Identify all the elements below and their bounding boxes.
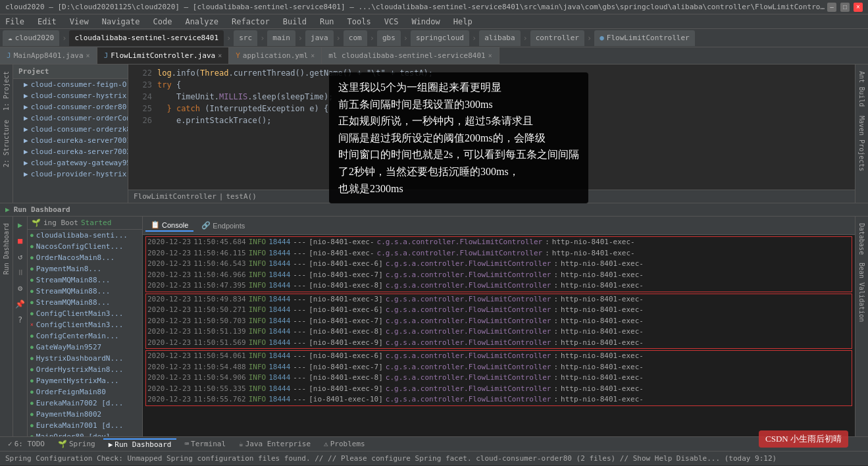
question-button[interactable]: ?: [14, 314, 26, 326]
run-service-item[interactable]: × ConfigClientMain3...: [28, 319, 142, 330]
toolbar-tab-src[interactable]: src: [234, 30, 257, 46]
menu-code[interactable]: Code: [151, 17, 175, 26]
bottom-tab-problems[interactable]: ⚠ Problems: [319, 439, 370, 449]
run-service-item[interactable]: ● MainOrder80 [dev]: [28, 431, 142, 436]
sidebar-item-eureka7002[interactable]: ▶ cloud-eureka-server7002: [13, 146, 128, 157]
toolbar-tab-alibaba[interactable]: alibaba: [479, 30, 520, 46]
close-icon[interactable]: ×: [488, 52, 492, 59]
run-service-item[interactable]: ● OrderFeignMain80: [28, 386, 142, 398]
sidebar-item-label: cloud-consumer-orderzk80: [31, 125, 128, 134]
editor-tab-application[interactable]: Y application.yml ×: [229, 47, 322, 65]
menu-analyze[interactable]: Analyze: [182, 17, 221, 26]
run-service-item[interactable]: ● NacosConfigClient...: [28, 241, 142, 252]
sidebar-item-orderconsul[interactable]: ▶ cloud-consumer-orderConsul80: [13, 113, 128, 124]
menu-build[interactable]: Build: [280, 17, 309, 26]
log-level: INFO: [249, 384, 267, 395]
sidebar-item-payment8001[interactable]: ▶ cloud-provider-hystrix-payment8001: [13, 168, 128, 180]
run-service-item[interactable]: ● GateWayMain9527: [28, 342, 142, 353]
run-service-item[interactable]: ● EurekaMain7002 [d...: [28, 398, 142, 409]
maximize-button[interactable]: □: [840, 3, 850, 12]
vtab-ant-build[interactable]: Ant Build: [857, 67, 867, 111]
pin-button[interactable]: 📌: [14, 298, 26, 310]
toolbar-tab-controller[interactable]: controller: [530, 30, 584, 46]
vtab-run-dashboard[interactable]: Run Dashboard: [1, 219, 11, 278]
toolbar-tab-flowlimitcontroller[interactable]: ● FlowLimitController: [594, 30, 694, 46]
log-row: 2020-12-23 11:50:47.395 INFO 18444 --- […: [145, 280, 852, 292]
bottom-tab-java-enterprise[interactable]: ☕ Java Enterprise: [234, 439, 316, 449]
editor-tab-mainapp[interactable]: J MainApp8401.java ×: [0, 47, 97, 65]
menu-vcs[interactable]: VCS: [382, 17, 401, 26]
bottom-tab-run-dashboard[interactable]: ▶ Run Dashboard: [103, 438, 177, 450]
menu-window[interactable]: Window: [409, 17, 442, 26]
console-tab[interactable]: 📋 Console: [145, 219, 193, 232]
log-thread: [nio-8401-exec-8]: [309, 326, 383, 338]
settings-button[interactable]: ⚙: [14, 282, 26, 294]
service-name: EurekaMain7002 [d...: [36, 399, 123, 407]
vtab-project[interactable]: 1: Project: [1, 67, 11, 115]
bottom-tab-spring[interactable]: 🌱 Spring: [53, 439, 101, 449]
annotation-line-7: 也就是2300ms: [338, 180, 579, 197]
sidebar-item-orderzk[interactable]: ▶ cloud-consumer-orderzk80: [13, 124, 128, 135]
menu-help[interactable]: Help: [451, 17, 475, 26]
menu-navigate[interactable]: Navigate: [99, 17, 143, 26]
sidebar-item-feign[interactable]: ▶ cloud-consumer-feign-Order80: [13, 79, 128, 90]
menu-tools[interactable]: Tools: [345, 17, 374, 26]
run-service-item[interactable]: ● ConfigCenterMain...: [28, 330, 142, 342]
log-msg: http-nio-8401-exec-: [561, 280, 644, 292]
run-service-item[interactable]: ● StreamMQMain88...: [28, 274, 142, 286]
toolbar-tab-service8401[interactable]: cloudalibaba-sentinel-service8401: [69, 30, 224, 46]
vtab-structure[interactable]: 2: Structure: [1, 116, 11, 171]
run-service-item[interactable]: ● EurekaMain7001 [d...: [28, 420, 142, 431]
run-button[interactable]: ▶: [14, 219, 26, 231]
sidebar-item-eureka7001[interactable]: ▶ cloud-eureka-server7001: [13, 135, 128, 146]
editor-tab-flowlimit[interactable]: J FlowLimitController.java ×: [97, 47, 230, 65]
sidebar-item-order80[interactable]: ▶ cloud-consumer-order80: [13, 101, 128, 113]
log-colon: :: [553, 351, 558, 362]
log-colon: :: [545, 237, 549, 248]
pause-button[interactable]: ⏸: [14, 267, 26, 278]
rerun-button[interactable]: ↺: [14, 251, 26, 263]
bottom-tab-terminal[interactable]: ⌨ Terminal: [179, 439, 231, 449]
vtab-maven[interactable]: Maven Projects: [857, 112, 867, 175]
run-service-item[interactable]: ● OrderNacosMain8...: [28, 252, 142, 263]
run-service-item[interactable]: ● PaymentMain8...: [28, 263, 142, 274]
endpoints-tab[interactable]: 🔗 Endpoints: [196, 220, 250, 231]
toolbar-tab-gbs[interactable]: gbs: [377, 30, 401, 46]
log-msg: http-nio-8401-exec-: [552, 237, 635, 248]
run-service-item[interactable]: ● StreamMQMain88...: [28, 297, 142, 308]
minimize-button[interactable]: –: [827, 3, 836, 12]
toolbar-tab-main[interactable]: main: [267, 30, 295, 46]
run-service-item[interactable]: ● ConfigClientMain3...: [28, 308, 142, 319]
close-icon[interactable]: ×: [311, 52, 315, 59]
run-service-item[interactable]: ● StreamMQMain88...: [28, 286, 142, 297]
bottom-tab-todo[interactable]: ✓ 6: TODO: [3, 439, 50, 449]
toolbar-tab-java[interactable]: java: [305, 30, 334, 46]
editor-tab-ml[interactable]: ml cloudalibaba-sentinel-service8401 ×: [322, 47, 499, 65]
toolbar-tab-cloud2020[interactable]: ☁ cloud2020: [3, 30, 59, 46]
close-icon[interactable]: ×: [86, 52, 90, 59]
run-service-item[interactable]: ● PaymentHystrixMa...: [28, 375, 142, 386]
menu-file[interactable]: File: [3, 17, 27, 26]
vtab-database[interactable]: Database: [857, 219, 867, 259]
menu-refactor[interactable]: Refactor: [229, 17, 272, 26]
log-thread: [nio-8401-exec-9]: [309, 384, 383, 395]
run-service-item[interactable]: ● PaymentMain8002: [28, 409, 142, 420]
toolbar-tab-springcloud[interactable]: springcloud: [411, 30, 469, 46]
run-service-item[interactable]: ● OrderHystrixMain8...: [28, 364, 142, 375]
run-service-item[interactable]: ● cloudalibaba-senti...: [28, 230, 142, 241]
toolbar-tab-com[interactable]: com: [344, 30, 367, 46]
close-button[interactable]: ×: [854, 3, 863, 12]
menu-view[interactable]: View: [67, 17, 91, 26]
close-icon[interactable]: ×: [218, 52, 222, 59]
sidebar-item-hystrix-dashboard[interactable]: ▶ cloud-consumer-hystrix-dashboard9001: [13, 90, 128, 101]
menu-run[interactable]: Run: [317, 17, 337, 26]
sidebar-item-gateway[interactable]: ▶ cloud-gateway-gateway9527: [13, 157, 128, 168]
status-text: Spring Configuration Check: Unmapped Spr…: [5, 454, 777, 463]
menu-edit[interactable]: Edit: [35, 17, 59, 26]
log-msg: http-nio-8401-exec-: [561, 259, 644, 270]
log-colon: :: [553, 294, 558, 305]
vtab-bean-validation[interactable]: Bean Validation: [857, 259, 867, 326]
status-dot: ●: [30, 232, 34, 238]
stop-button[interactable]: ■: [14, 235, 26, 247]
run-service-item[interactable]: ● HystrixDashboardN...: [28, 353, 142, 364]
